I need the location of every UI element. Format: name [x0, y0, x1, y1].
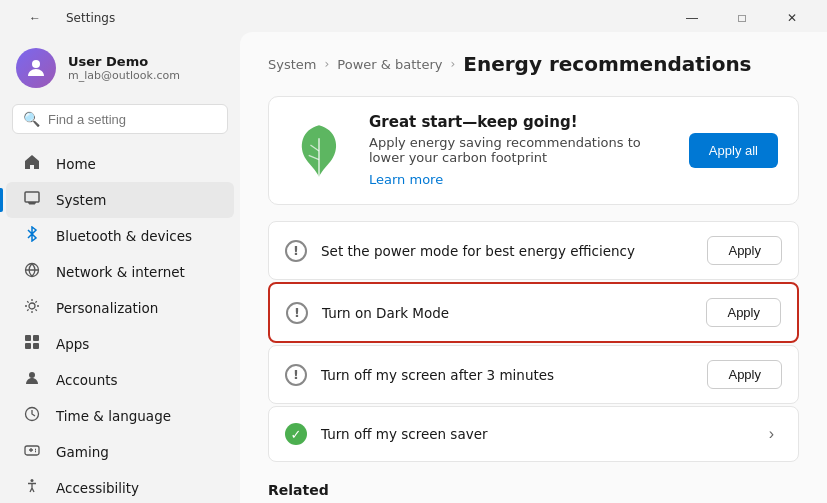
learn-more-link[interactable]: Learn more — [369, 172, 443, 187]
main-content: System › Power & battery › Energy recomm… — [240, 32, 827, 503]
sidebar-nav: Home System Bluetooth & devices Network … — [0, 146, 240, 503]
maximize-button[interactable]: □ — [719, 6, 765, 30]
sidebar-label-apps: Apps — [56, 336, 89, 352]
sidebar-item-time[interactable]: Time & language — [6, 398, 234, 434]
close-button[interactable]: ✕ — [769, 6, 815, 30]
sidebar-label-gaming: Gaming — [56, 444, 109, 460]
system-icon — [22, 190, 42, 210]
window-controls: — □ ✕ — [669, 6, 815, 30]
svg-rect-8 — [25, 343, 31, 349]
rec-item-screen-off: ! Turn off my screen after 3 minutes App… — [268, 345, 799, 404]
sidebar-item-accounts[interactable]: Accounts — [6, 362, 234, 398]
hero-banner: Great start—keep going! Apply energy sav… — [268, 96, 799, 205]
info-icon-1: ! — [285, 240, 307, 262]
svg-point-5 — [29, 303, 35, 309]
sidebar-label-accessibility: Accessibility — [56, 480, 139, 496]
page-title: Energy recommendations — [463, 52, 751, 76]
apply-button-dark-mode[interactable]: Apply — [706, 298, 781, 327]
breadcrumb-power[interactable]: Power & battery — [337, 57, 442, 72]
app-body: User Demo m_lab@outlook.com 🔍 Home Syste… — [0, 32, 827, 503]
apply-button-power-mode[interactable]: Apply — [707, 236, 782, 265]
related-label: Related — [268, 482, 799, 498]
minimize-button[interactable]: — — [669, 6, 715, 30]
hero-title: Great start—keep going! — [369, 113, 669, 131]
apps-icon — [22, 334, 42, 354]
search-box[interactable]: 🔍 — [12, 104, 228, 134]
svg-point-10 — [29, 372, 35, 378]
svg-rect-1 — [25, 192, 39, 202]
sidebar-label-personalization: Personalization — [56, 300, 158, 316]
svg-point-13 — [31, 479, 34, 482]
sidebar-label-accounts: Accounts — [56, 372, 118, 388]
network-icon — [22, 262, 42, 282]
related-section: Related More about efficiency mode for M… — [268, 482, 799, 503]
check-icon: ✓ — [285, 423, 307, 445]
sidebar-label-network: Network & internet — [56, 264, 185, 280]
sidebar-item-gaming[interactable]: Gaming — [6, 434, 234, 470]
breadcrumb-system[interactable]: System — [268, 57, 316, 72]
personalization-icon — [22, 298, 42, 318]
apply-button-screen-off[interactable]: Apply — [707, 360, 782, 389]
search-input[interactable] — [48, 112, 217, 127]
sidebar-item-network[interactable]: Network & internet — [6, 254, 234, 290]
sidebar: User Demo m_lab@outlook.com 🔍 Home Syste… — [0, 32, 240, 503]
svg-rect-9 — [33, 343, 39, 349]
accessibility-icon — [22, 478, 42, 498]
avatar — [16, 48, 56, 88]
accounts-icon — [22, 370, 42, 390]
sidebar-item-system[interactable]: System — [6, 182, 234, 218]
user-name: User Demo — [68, 54, 180, 69]
svg-rect-7 — [33, 335, 39, 341]
svg-point-0 — [32, 60, 40, 68]
user-info: User Demo m_lab@outlook.com — [68, 54, 180, 82]
sidebar-item-bluetooth[interactable]: Bluetooth & devices — [6, 218, 234, 254]
breadcrumb-sep-2: › — [450, 57, 455, 71]
apply-all-button[interactable]: Apply all — [689, 133, 778, 168]
sidebar-item-personalization[interactable]: Personalization — [6, 290, 234, 326]
hero-description: Apply energy saving recommendations to l… — [369, 135, 669, 165]
info-icon-3: ! — [285, 364, 307, 386]
svg-rect-6 — [25, 335, 31, 341]
sidebar-label-system: System — [56, 192, 106, 208]
recommendations-list: ! Set the power mode for best energy eff… — [268, 221, 799, 462]
home-icon — [22, 154, 42, 174]
sidebar-item-accessibility[interactable]: Accessibility — [6, 470, 234, 503]
sidebar-label-bluetooth: Bluetooth & devices — [56, 228, 192, 244]
rec-label-screen-saver: Turn off my screen saver — [321, 426, 747, 442]
rec-item-screen-saver: ✓ Turn off my screen saver › — [268, 406, 799, 462]
app-title: Settings — [66, 11, 115, 25]
gaming-icon — [22, 442, 42, 462]
back-button[interactable]: ← — [12, 6, 58, 30]
breadcrumb-sep-1: › — [324, 57, 329, 71]
search-icon: 🔍 — [23, 111, 40, 127]
rec-label-screen-off: Turn off my screen after 3 minutes — [321, 367, 693, 383]
hero-text: Great start—keep going! Apply energy sav… — [369, 113, 669, 188]
rec-label-power-mode: Set the power mode for best energy effic… — [321, 243, 693, 259]
sidebar-label-time: Time & language — [56, 408, 171, 424]
sidebar-item-home[interactable]: Home — [6, 146, 234, 182]
sidebar-label-home: Home — [56, 156, 96, 172]
rec-item-power-mode: ! Set the power mode for best energy eff… — [268, 221, 799, 280]
leaf-icon — [289, 121, 349, 181]
bluetooth-icon — [22, 226, 42, 246]
rec-label-dark-mode: Turn on Dark Mode — [322, 305, 692, 321]
rec-item-dark-mode: ! Turn on Dark Mode Apply — [268, 282, 799, 343]
title-bar: ← Settings — □ ✕ — [0, 0, 827, 32]
breadcrumb: System › Power & battery › Energy recomm… — [268, 52, 799, 76]
info-icon-2: ! — [286, 302, 308, 324]
user-email: m_lab@outlook.com — [68, 69, 180, 82]
user-profile[interactable]: User Demo m_lab@outlook.com — [0, 40, 240, 104]
sidebar-item-apps[interactable]: Apps — [6, 326, 234, 362]
time-icon — [22, 406, 42, 426]
chevron-button-screen-saver[interactable]: › — [761, 421, 782, 447]
svg-rect-3 — [28, 202, 36, 204]
